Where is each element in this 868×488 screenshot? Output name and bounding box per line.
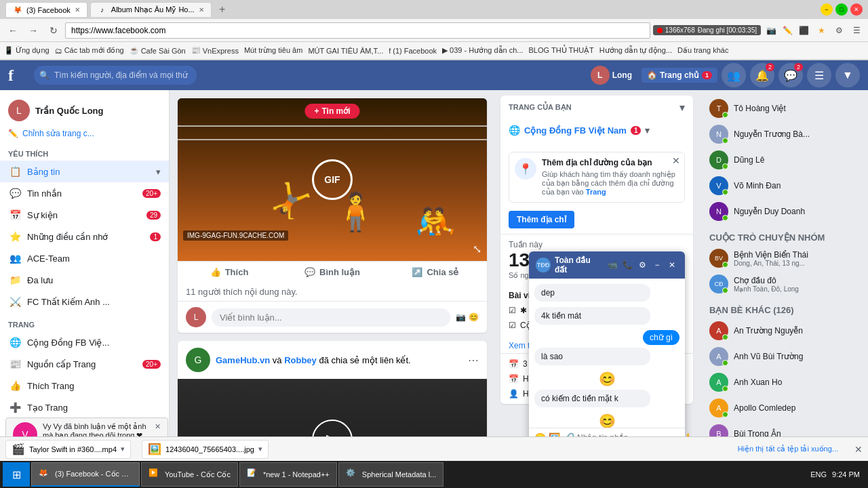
sidebar-item-tin-nhan[interactable]: 💬 Tin nhắn 20+	[0, 182, 169, 204]
chat-minus-icon[interactable]: −	[651, 259, 663, 271]
sidebar-item-thich-trang[interactable]: 👍 Thích Trang	[0, 375, 169, 396]
settings-icon[interactable]: ⚙	[831, 23, 846, 38]
notif-close-btn[interactable]: ✕	[155, 422, 161, 431]
trang-options-icon[interactable]: ▾	[679, 101, 685, 114]
nguon-cap-badge: 20+	[142, 360, 161, 369]
bookmark-vnexpress[interactable]: 📰 VnExpress	[191, 46, 239, 55]
show-all-downloads[interactable]: Hiện thị tất cả tệp tải xuống...	[738, 445, 838, 453]
fb-search-input[interactable]	[34, 66, 197, 85]
taskbar-item-notepad[interactable]: 📝 *new 1 - Notepad++	[239, 462, 337, 487]
taskbar-item-youtube[interactable]: ▶️ YouTube - Cốc Cốc	[141, 462, 238, 487]
reload-button[interactable]: ↻	[45, 22, 62, 39]
bookmark-039[interactable]: ▶ 039 - Hướng dẫn ch...	[442, 46, 523, 55]
chat-settings-icon[interactable]: ⚙	[636, 259, 648, 271]
chat-phone-icon[interactable]: 📞	[621, 259, 633, 271]
chat-close-icon[interactable]: ✕	[666, 259, 678, 271]
bookmark-mut[interactable]: Mút trừng tiêu âm	[244, 46, 302, 55]
promo-close-btn[interactable]: ✕	[672, 155, 680, 166]
camera-icon[interactable]: 📷	[764, 23, 778, 38]
contact-to-hoang-viet[interactable]: T Tô Hoàng Việt	[704, 96, 863, 121]
contact-group-benh-vien[interactable]: BV Bệnh Viện Biển Thái Dong, An, Thái, 1…	[704, 245, 863, 271]
window-minimize[interactable]: −	[821, 3, 833, 16]
bookmark-huong-dan[interactable]: Hướng dẫn tự động...	[599, 46, 672, 55]
download-bar-close[interactable]: ✕	[854, 444, 863, 455]
bookmark-tabs[interactable]: 🗂 Các tab mới đồng	[55, 46, 124, 55]
fb-menu-btn[interactable]: ☰	[807, 63, 831, 87]
comment-btn[interactable]: 💬 Bình luận	[281, 262, 384, 283]
them-dia-chi-button[interactable]: Thêm địa chỉ	[509, 211, 574, 228]
bookmark-fb[interactable]: f (1) Facebook	[389, 47, 437, 55]
recording-badge: 1366x768 Đang ghi [00:03:35]	[653, 25, 761, 35]
tab-close-facebook[interactable]: ✕	[75, 6, 80, 14]
tab-album[interactable]: ♪ Album Nhạc Âu Mỹ Ho... ✕	[90, 2, 212, 17]
sidebar-item-label-su-kien: Sự kiện	[27, 210, 58, 220]
sidebar-item-bang-tin[interactable]: 📋 Bảng tin ▾	[0, 161, 169, 182]
bookmark-cafe[interactable]: ☕ Cafe Sài Gòn	[130, 46, 186, 55]
taskbar-item-spherical[interactable]: ⚙️ Spherical Metadata l...	[338, 462, 443, 487]
post2-shared-text: đã chia sẻ một liên kết.	[319, 355, 410, 365]
fb-home-btn[interactable]: 🏠 Trang chủ 1	[642, 68, 717, 83]
fb-messages-icon-wrap: 💬 2	[778, 63, 803, 87]
new-tab-button[interactable]: +	[214, 2, 231, 17]
fb-friends-btn[interactable]: 👥	[722, 63, 746, 87]
sidebar-item-cong-dong-fb[interactable]: 🌐 Cộng Đồng FB Việ...	[0, 331, 169, 353]
window-maximize[interactable]: □	[835, 3, 848, 16]
emoji-comment-icon[interactable]: 😊	[469, 312, 479, 322]
share-btn[interactable]: ↗️ Chia sẻ	[384, 262, 487, 283]
stop-icon[interactable]: ⬛	[796, 23, 811, 38]
post2-author1[interactable]: GameHub.vn	[216, 355, 270, 365]
start-button[interactable]: ⊞	[3, 462, 30, 487]
pencil-icon[interactable]: ✏️	[780, 23, 795, 38]
sidebar-item-tao-trang[interactable]: ➕ Tạo Trang	[0, 396, 169, 418]
ban-be-label: BẠN BÈ KHÁC (126)	[709, 305, 794, 315]
bookmark-dau-trang[interactable]: Dấu trang khác	[677, 46, 728, 55]
fb-dropdown-btn[interactable]: ▼	[835, 63, 860, 87]
menu-icon[interactable]: ☰	[849, 23, 864, 38]
page-dropdown-icon[interactable]: ▾	[645, 125, 650, 136]
contact-anh-vu[interactable]: A Anh Vũ Bùi Trường	[704, 344, 863, 369]
sidebar-item-da-luu[interactable]: 📁 Đa lưu	[0, 269, 169, 291]
sidebar-user[interactable]: L Trần Quốc Long	[0, 96, 169, 125]
sidebar-item-nhung-dieu[interactable]: ⭐ Những điều cần nhớ 1	[0, 226, 169, 247]
contact-nguyen-duy[interactable]: N Nguyễn Duy Doanh	[704, 199, 863, 224]
contact-dung-le[interactable]: D Dũng Lê	[704, 147, 863, 173]
like-btn[interactable]: 👍 Thích	[178, 262, 281, 283]
sidebar-item-su-kien[interactable]: 📅 Sự kiện 29	[0, 204, 169, 226]
camera-comment-icon[interactable]: 📷	[456, 312, 466, 322]
gif-expand-icon[interactable]: ⤡	[473, 243, 481, 256]
contact-nguyen-truong[interactable]: N Nguyễn Trương Bà...	[704, 121, 863, 147]
comment-label: Bình luận	[319, 267, 360, 277]
taskbar-item-facebook[interactable]: 🦊 (3) Facebook - Cốc Cốc	[31, 462, 140, 487]
tab-close-album[interactable]: ✕	[199, 6, 204, 14]
bookmark-apps[interactable]: 📱 Ứng dụng	[4, 46, 50, 55]
contact-vo-minh-dan[interactable]: V Võ Minh Đan	[704, 173, 863, 199]
fb-user-link[interactable]: L Long	[585, 63, 637, 87]
back-button[interactable]: ←	[4, 22, 22, 39]
bookmark-blog[interactable]: BLOG THỦ THUẬT	[529, 46, 594, 55]
comment-input[interactable]	[212, 308, 450, 327]
address-bar[interactable]	[65, 22, 650, 39]
tab-facebook[interactable]: 🦊 (3) Facebook ✕	[5, 2, 87, 17]
nguon-cap-icon: 📰	[8, 357, 22, 371]
download-arrow-2[interactable]: ▾	[258, 445, 262, 453]
sidebar-item-nguon-cap[interactable]: 📰 Nguồn cấp Trang 20+	[0, 353, 169, 375]
sidebar-edit[interactable]: ✏️ Chỉnh sửa trang c...	[0, 125, 169, 142]
forward-button[interactable]: →	[24, 22, 42, 39]
download-arrow-1[interactable]: ▾	[121, 445, 125, 453]
contact-anh-xuan[interactable]: A Anh Xuan Ho	[704, 369, 863, 395]
bookmark-mut2[interactable]: MÚT GAI TIÊU ÂM,T...	[308, 47, 383, 55]
contact-apollo[interactable]: A Apollo Comledep	[704, 395, 863, 421]
taskbar-sp-label: Spherical Metadata l...	[362, 470, 436, 479]
window-close[interactable]: ✕	[850, 3, 863, 16]
star-icon[interactable]: ★	[814, 23, 829, 38]
address-promo-link[interactable]: Trang	[586, 188, 606, 196]
contact-an-truong[interactable]: A An Trường Nguyễn	[704, 318, 863, 344]
sidebar-item-ace-team[interactable]: 👥 ACE-Team	[0, 247, 169, 269]
chat-video-icon[interactable]: 📹	[606, 259, 618, 271]
sidebar-item-fc[interactable]: ⚔️ FC Thất Kiếm Anh ...	[0, 291, 169, 312]
page-name[interactable]: 🌐 Cộng Đồng FB Việt Nam 1 ▾	[509, 125, 685, 136]
contact-group-cho-dau-do[interactable]: CĐ Chợ đầu đô Mạnh Toàn, Đô, Long	[704, 271, 863, 297]
post2-author2[interactable]: Robbey	[284, 355, 317, 365]
post2-options[interactable]: ⋯	[468, 354, 479, 367]
new-posts-btn[interactable]: + Tin mới	[304, 104, 359, 119]
